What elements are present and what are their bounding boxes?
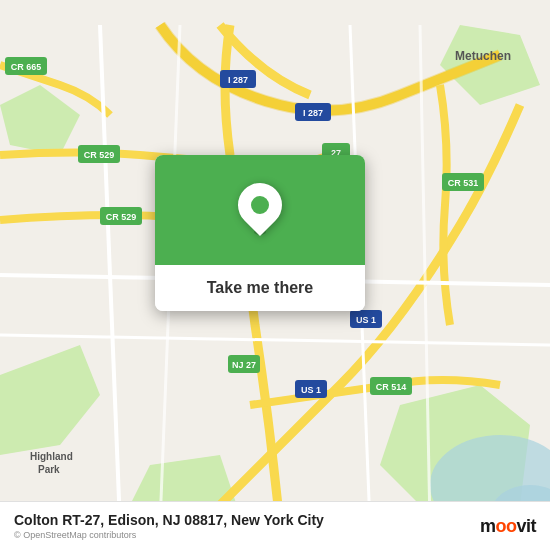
svg-text:CR 531: CR 531 <box>448 178 479 188</box>
svg-text:CR 529: CR 529 <box>106 212 137 222</box>
svg-text:US 1: US 1 <box>301 385 321 395</box>
svg-text:CR 514: CR 514 <box>376 382 407 392</box>
moovit-brand: moovit <box>480 516 536 537</box>
popup-green-area <box>155 155 365 265</box>
svg-text:CR 665: CR 665 <box>11 62 42 72</box>
svg-text:CR 529: CR 529 <box>84 150 115 160</box>
bottom-bar: Colton RT-27, Edison, NJ 08817, New York… <box>0 501 550 550</box>
moovit-logo: moovit <box>480 516 536 537</box>
bottom-info: Colton RT-27, Edison, NJ 08817, New York… <box>14 512 470 540</box>
map-container: CR 665 I 287 I 287 CR 529 CR 529 NJ 27 2… <box>0 0 550 550</box>
location-pin <box>238 183 282 237</box>
take-me-there-button[interactable]: Take me there <box>155 265 365 311</box>
svg-text:Highland: Highland <box>30 451 73 462</box>
location-title: Colton RT-27, Edison, NJ 08817, New York… <box>14 512 470 528</box>
popup-card: Take me there <box>155 155 365 311</box>
svg-text:I 287: I 287 <box>303 108 323 118</box>
moovit-dot: oo <box>495 516 516 536</box>
pin-inner <box>251 196 269 214</box>
svg-text:NJ 27: NJ 27 <box>232 360 256 370</box>
pin-icon <box>229 174 291 236</box>
svg-text:Metuchen: Metuchen <box>455 49 511 63</box>
svg-text:Park: Park <box>38 464 60 475</box>
button-label: Take me there <box>207 279 313 296</box>
attribution-text: © OpenStreetMap contributors <box>14 530 470 540</box>
svg-text:US 1: US 1 <box>356 315 376 325</box>
svg-text:I 287: I 287 <box>228 75 248 85</box>
